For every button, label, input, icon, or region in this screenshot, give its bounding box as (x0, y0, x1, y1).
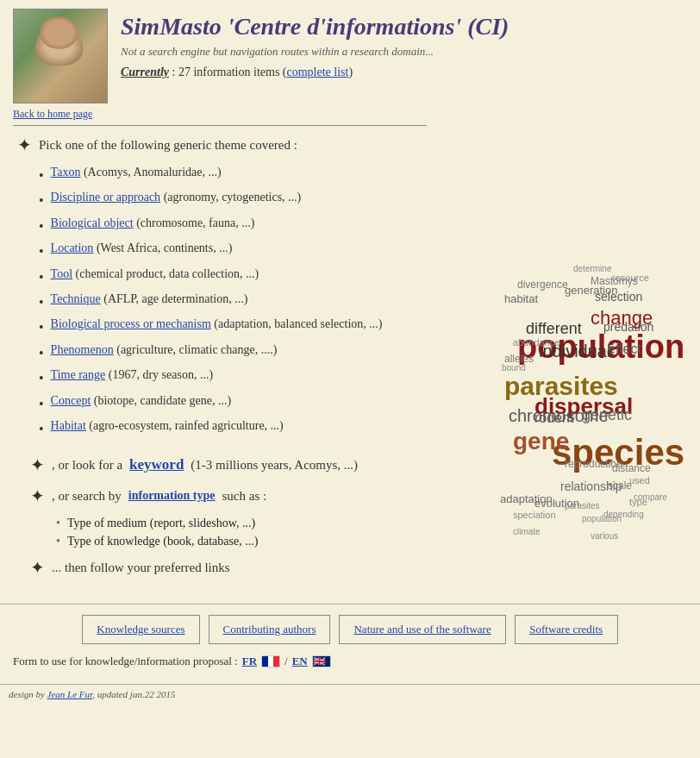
search-section: ✦ , or search by information type such a… (30, 485, 418, 506)
header-text: SimMasto 'Centre d'informations' (CI) No… (121, 9, 509, 79)
search-sublist: •Type of medium (report, slideshow, ...)… (56, 517, 418, 548)
theme-desc: (agronomy, cytogenetics, ...) (160, 191, 301, 204)
theme-list-item: •Habitat (agro-ecosystem, rainfed agricu… (39, 419, 418, 439)
search-suffix: such as : (222, 489, 267, 504)
wordcloud-word: climate (513, 527, 541, 536)
wordcloud-word: genetic (582, 406, 632, 424)
form-line: Form to use for knowledge/information pr… (9, 655, 691, 668)
footer-text: design by (9, 689, 47, 699)
keyword-arrow-icon: ✦ (30, 454, 45, 475)
bullet-icon: • (39, 420, 44, 439)
theme-link[interactable]: Habitat (51, 419, 86, 432)
bullet-icon: • (39, 242, 44, 261)
nav-button[interactable]: Contributing authors (209, 615, 331, 644)
theme-link[interactable]: Time range (51, 368, 106, 381)
wordcloud-word: abundance (513, 337, 559, 348)
search-arrow-icon: ✦ (30, 485, 45, 506)
theme-list-item: •Technique (AFLP, age determination, ...… (39, 292, 418, 312)
bullet-icon: • (39, 217, 44, 236)
theme-desc: (agro-ecosystem, rainfed agriculture, ..… (86, 419, 284, 432)
wordcloud-word: different (526, 320, 582, 338)
bullet-icon: • (39, 293, 44, 312)
theme-link[interactable]: Technique (51, 292, 101, 305)
theme-list-item: •Tool (chemical product, data collection… (39, 267, 418, 287)
theme-desc: (biotope, candidate gene, ...) (91, 394, 231, 407)
wordcloud-word: speciation (513, 510, 556, 520)
flag-fr-icon (261, 655, 280, 667)
keyword-suffix: (1-3 millions years, Acomys, ...) (191, 458, 358, 473)
wordcloud-word: used (629, 475, 650, 485)
currently-line: Currently : 27 information items (comple… (121, 66, 509, 79)
theme-desc: (West Africa, continents, ...) (93, 241, 232, 254)
theme-link[interactable]: Taxon (51, 166, 81, 179)
theme-desc: (chromosome, fauna, ...) (134, 216, 255, 229)
keyword-link[interactable]: keyword (129, 456, 184, 473)
small-bullet-icon: • (56, 535, 60, 548)
theme-link[interactable]: Phenomenon (51, 343, 114, 356)
form-text: Form to use for knowledge/information pr… (13, 655, 238, 668)
theme-list-item: •Time range (1967, dry season, ...) (39, 368, 418, 388)
footer: design by Jean Le Fur, updated jan.22 20… (0, 684, 700, 704)
theme-link[interactable]: Discipline or approach (51, 191, 161, 204)
wordcloud-word: effect (608, 341, 641, 357)
bottom-section: Knowledge sourcesContributing authorsNat… (0, 604, 700, 684)
wordcloud-word: adaptation (500, 492, 553, 505)
theme-list-item: •Taxon (Acomys, Anomaluridae, ...) (39, 166, 418, 185)
theme-desc: (adaptation, balanced selection, ...) (211, 317, 383, 330)
theme-desc: (1967, dry season, ...) (105, 368, 213, 381)
site-subtitle: Not a search engine but navigation route… (121, 45, 509, 59)
search-item-desc: (book, database, ...) (160, 535, 259, 548)
en-link[interactable]: EN (292, 655, 308, 668)
theme-link[interactable]: Biological process or mechanism (51, 317, 211, 330)
theme-link[interactable]: Tool (51, 267, 72, 280)
theme-list-item: •Biological object (chromosome, fauna, .… (39, 216, 418, 236)
nav-button[interactable]: Knowledge sources (82, 615, 199, 644)
main-content: ✦ Pick one of the following generic them… (0, 126, 700, 586)
wordcloud-word: distance (612, 462, 651, 474)
wordcloud-word: change (591, 307, 653, 329)
search-sublist-item: •Type of medium (report, slideshow, ...) (56, 517, 418, 530)
wordcloud-word: depending (603, 510, 644, 519)
site-title: SimMasto 'Centre d'informations' (CI) (121, 13, 509, 41)
bullet-icon: • (39, 344, 44, 363)
pick-intro-row: ✦ Pick one of the following generic them… (17, 135, 418, 155)
theme-desc: (AFLP, age determination, ...) (101, 292, 248, 305)
wordcloud-word: bound (502, 363, 526, 373)
fr-link[interactable]: FR (242, 655, 257, 668)
complete-list-link[interactable]: complete list (287, 66, 349, 78)
slash-separator: / (284, 655, 288, 668)
theme-link[interactable]: Biological object (51, 216, 134, 229)
author-link[interactable]: Jean Le Fur (47, 689, 93, 699)
search-sublist-item: •Type of knowledge (book, database, ...) (56, 535, 418, 548)
arrow-icon: ✦ (17, 135, 32, 155)
bullet-icon: • (39, 395, 44, 414)
site-logo (13, 9, 108, 103)
nav-button[interactable]: Software credits (515, 615, 618, 644)
theme-list-item: •Discipline or approach (agronomy, cytog… (39, 191, 418, 210)
theme-link[interactable]: Location (51, 241, 94, 254)
theme-list-item: •Concept (biotope, candidate gene, ...) (39, 394, 418, 414)
follow-section: ✦ ... then follow your preferred links (30, 557, 418, 578)
theme-list: •Taxon (Acomys, Anomaluridae, ...)•Disci… (39, 166, 418, 439)
wordcloud-word: determine (573, 264, 611, 273)
button-row: Knowledge sourcesContributing authorsNat… (9, 615, 691, 644)
right-panel: populationspeciesparasitesdispersalgenec… (427, 126, 700, 586)
follow-text: ... then follow your preferred links (52, 561, 230, 575)
bullet-icon: • (39, 191, 44, 210)
wordcloud-word: habitat (504, 292, 538, 305)
theme-link[interactable]: Concept (51, 394, 91, 407)
follow-arrow-icon: ✦ (30, 557, 45, 578)
information-type-link[interactable]: information type (128, 489, 216, 503)
theme-desc: (agriculture, climatic change, ....) (114, 343, 278, 356)
keyword-prefix: , or look for a (52, 458, 122, 473)
nav-button[interactable]: Nature and use of the software (339, 615, 505, 644)
pick-intro-label: Pick one of the following generic theme … (39, 138, 297, 153)
bullet-icon: • (39, 268, 44, 287)
search-item-label: Type of medium (report, slideshow, ...) (67, 517, 255, 530)
theme-desc: (chemical product, data collection, ...) (72, 267, 259, 280)
footer-suffix: , updated jan.22 2015 (92, 689, 175, 699)
theme-desc: (Acomys, Anomaluridae, ...) (80, 166, 221, 179)
small-bullet-icon: • (56, 517, 60, 530)
search-prefix: , or search by (52, 489, 122, 504)
back-home-link[interactable]: Back to home page (0, 108, 700, 125)
